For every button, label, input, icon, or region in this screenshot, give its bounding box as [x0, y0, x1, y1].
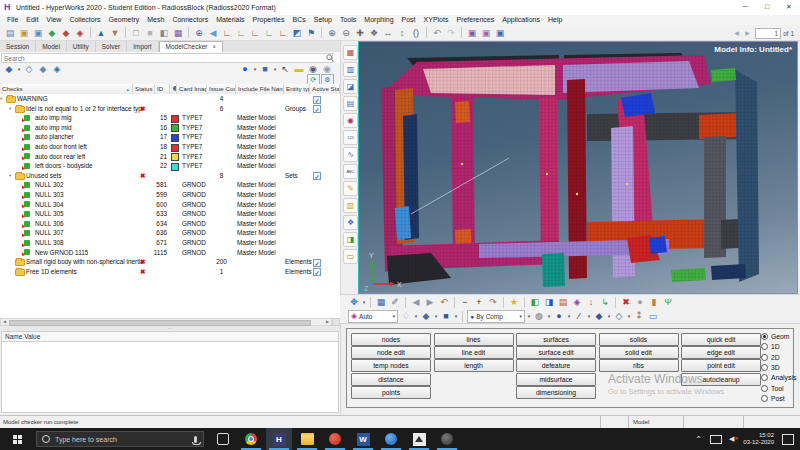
- red-app-taskbar-icon[interactable]: [322, 428, 348, 450]
- monitor-icon[interactable]: ▭: [647, 310, 659, 322]
- entity-selector-combo[interactable]: ◉Auto▾: [348, 310, 398, 323]
- zoom-in-icon[interactable]: +: [473, 296, 485, 308]
- geom-solid-icon[interactable]: ■: [440, 310, 452, 322]
- cube-display-icon[interactable]: ■: [259, 63, 271, 75]
- dropdown-caret-icon[interactable]: ▾: [361, 297, 367, 307]
- open-model-icon[interactable]: ▣: [18, 27, 30, 39]
- panel-button-solids[interactable]: solids: [599, 333, 679, 346]
- dropdown-caret-icon[interactable]: ▾: [16, 64, 22, 74]
- dropdown-caret-icon[interactable]: ▾: [413, 311, 419, 321]
- selector-icon[interactable]: ↖: [279, 63, 291, 75]
- tree-row[interactable]: auto door front left18TYPE7Master Model: [0, 142, 340, 152]
- active-checkbox[interactable]: ✓: [313, 172, 321, 180]
- mesh-shaded-icon[interactable]: ●: [553, 310, 565, 322]
- undo-icon[interactable]: ↶: [431, 27, 443, 39]
- panel-button-distance[interactable]: distance: [351, 373, 431, 386]
- dropdown-caret-icon[interactable]: ▾: [566, 311, 572, 321]
- panel-button-line-edit[interactable]: line edit: [434, 346, 514, 359]
- view-iso-icon[interactable]: ◩: [291, 27, 303, 39]
- tree-row[interactable]: NULL 307636GRNODMaster Model: [0, 228, 340, 238]
- mask-adjacent-icon[interactable]: ▤: [557, 296, 569, 308]
- highlighter-icon[interactable]: ✎: [343, 181, 358, 196]
- element-marker2-icon[interactable]: ◇: [613, 310, 625, 322]
- element-marker-icon[interactable]: ◆: [593, 310, 605, 322]
- photos-taskbar-icon[interactable]: [406, 428, 432, 450]
- tree-row[interactable]: Free 1D elements✖1Elements✓: [0, 267, 340, 277]
- zoom-out-icon[interactable]: ⊖: [340, 27, 352, 39]
- menu-properties[interactable]: Properties: [249, 15, 289, 25]
- menu-post[interactable]: Post: [398, 15, 420, 25]
- sphere-app-taskbar-icon[interactable]: [378, 428, 404, 450]
- display-plate-icon[interactable]: ▤: [343, 96, 358, 111]
- feature-lines-icon[interactable]: ⁑: [633, 310, 645, 322]
- mask-icon[interactable]: ▦: [172, 27, 184, 39]
- active-checkbox[interactable]: ✓: [313, 268, 321, 276]
- tab-import[interactable]: Import: [127, 41, 158, 52]
- horizontal-scrollbar[interactable]: ◀ ▶: [0, 318, 332, 326]
- menu-connectors[interactable]: Connectors: [168, 15, 212, 25]
- color-swatch[interactable]: [171, 153, 179, 161]
- include-view-icon[interactable]: ◇: [23, 63, 35, 75]
- view-flag-icon[interactable]: ⚑: [305, 27, 317, 39]
- tree-row[interactable]: ▾WARNING4✓: [0, 94, 340, 104]
- panel-button-points[interactable]: points: [351, 386, 431, 399]
- plot-styles-icon[interactable]: ∿: [343, 147, 358, 162]
- active-checkbox[interactable]: ✓: [313, 105, 321, 113]
- dropdown-caret-icon[interactable]: ▾: [526, 311, 532, 321]
- numbers-icon[interactable]: 123: [343, 130, 358, 145]
- tree-row[interactable]: NULL 304600GRNODMaster Model: [0, 200, 340, 210]
- sphere-display-icon[interactable]: ●: [239, 63, 251, 75]
- graphics-viewport[interactable]: Model Info: Untitled* Y X Z: [358, 41, 798, 294]
- menu-help[interactable]: Help: [544, 15, 566, 25]
- column-header-issue-count[interactable]: Issue Count: [207, 84, 236, 94]
- column-header-status[interactable]: Status: [133, 84, 155, 94]
- mesh-wire-icon[interactable]: ◍: [533, 310, 545, 322]
- tree-row[interactable]: Small rigid body with non-spherical iner…: [0, 257, 340, 267]
- arrow-back-icon[interactable]: ◀: [207, 27, 219, 39]
- menu-materials[interactable]: Materials: [212, 15, 248, 25]
- hide-icon[interactable]: ◉: [321, 63, 333, 75]
- word-taskbar-icon[interactable]: W: [350, 428, 376, 450]
- column-header-entity-type[interactable]: Entity type: [284, 84, 310, 94]
- page-number-input[interactable]: 1: [755, 28, 781, 39]
- tree-row[interactable]: auto imp mid16TYPE7Master Model: [0, 123, 340, 133]
- tree-row[interactable]: NULL 303599GRNODMaster Model: [0, 190, 340, 200]
- menu-geometry[interactable]: Geometry: [105, 15, 144, 25]
- fit-h-icon[interactable]: ↔: [382, 27, 394, 39]
- isolate-down-icon[interactable]: ↓: [585, 296, 597, 308]
- tree-row[interactable]: NULL 306634GRNODMaster Model: [0, 219, 340, 229]
- find-entities-icon[interactable]: ◈: [571, 296, 583, 308]
- tab-model[interactable]: Model: [36, 41, 67, 52]
- element-line-icon[interactable]: ⁄: [573, 310, 585, 322]
- maximize-button[interactable]: □: [756, 0, 778, 14]
- active-checkbox[interactable]: ✓: [313, 96, 321, 104]
- panel-button-node-edit[interactable]: node edit: [351, 346, 431, 359]
- pan-icon[interactable]: ✚: [354, 27, 366, 39]
- unmask-all-icon[interactable]: ▥: [343, 62, 358, 77]
- action-center-icon[interactable]: [782, 434, 794, 445]
- model-rendering[interactable]: [359, 42, 798, 294]
- show-attached-icon[interactable]: ◨: [543, 296, 555, 308]
- tree-row[interactable]: ▾Idel is not equal to 1 or 2 for interfa…: [0, 104, 340, 114]
- tree-row[interactable]: auto door rear left21TYPE7Master Model: [0, 152, 340, 162]
- tree-row[interactable]: NULL 305633GRNODMaster Model: [0, 209, 340, 219]
- display-tray-icon[interactable]: [710, 435, 722, 444]
- clear-mark-icon[interactable]: ✖: [620, 296, 632, 308]
- isolate-icon[interactable]: ▬: [293, 63, 305, 75]
- menu-mesh[interactable]: Mesh: [143, 15, 168, 25]
- unmask-adjacent-icon[interactable]: ↳: [599, 296, 611, 308]
- dropdown-caret-icon[interactable]: ▾: [252, 64, 258, 74]
- panel-button-nodes[interactable]: nodes: [351, 333, 431, 346]
- tab-modelchecker[interactable]: ModelChecker ×: [159, 41, 224, 52]
- entity-arrows-icon[interactable]: ❖: [343, 215, 358, 230]
- tab-session[interactable]: Session: [0, 41, 36, 52]
- display-reverse-icon[interactable]: ◧: [158, 27, 170, 39]
- panel-button-length[interactable]: length: [434, 359, 514, 372]
- column-header-active-status[interactable]: Active Status: [310, 84, 340, 94]
- geom-wireframe-icon[interactable]: ♢: [400, 310, 412, 322]
- mask-panel-icon[interactable]: ▦: [343, 45, 358, 60]
- gray-sphere-icon[interactable]: ●: [634, 296, 646, 308]
- display-options-icon[interactable]: ▦: [375, 296, 387, 308]
- color-swatch[interactable]: [171, 163, 179, 171]
- tree-row[interactable]: ▾Unused sets✖8Sets✓: [0, 171, 340, 181]
